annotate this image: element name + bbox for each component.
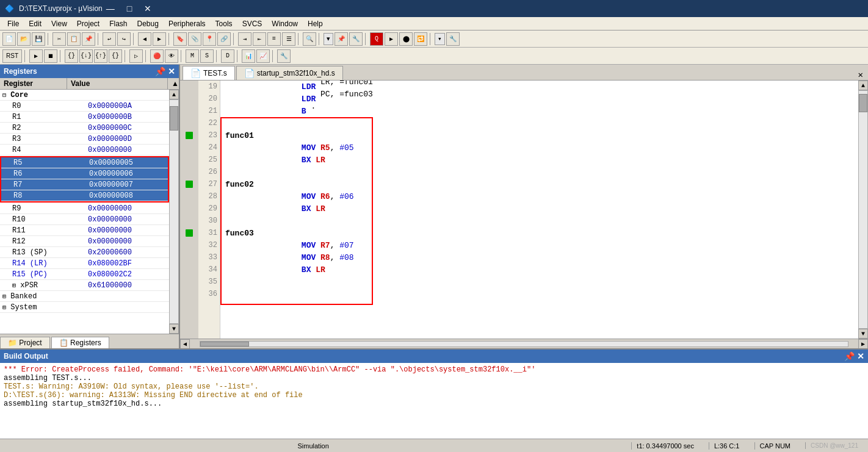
tb-bookmark1[interactable]: 🔖 bbox=[173, 32, 187, 46]
tb-view-select[interactable]: ▾ bbox=[438, 35, 442, 43]
tb-format[interactable]: ☰ bbox=[282, 32, 295, 46]
reg-row-r10[interactable]: R10 0x00000000 bbox=[0, 214, 169, 225]
core-expand-icon[interactable]: ⊟ bbox=[2, 92, 6, 99]
close-panel-icon[interactable]: ✕ bbox=[168, 66, 175, 76]
h-scroll-left[interactable]: ◀ bbox=[180, 339, 190, 349]
tb-copy[interactable]: 📋 bbox=[67, 32, 81, 46]
menu-peripherals[interactable]: Peripherals bbox=[164, 18, 211, 29]
breakpoint-31[interactable] bbox=[186, 229, 193, 237]
tab-startup[interactable]: 📄 startup_stm32f10x_hd.s bbox=[236, 66, 343, 80]
menu-view[interactable]: View bbox=[46, 18, 72, 29]
tb-wrench[interactable]: 🔧 bbox=[446, 32, 460, 46]
scroll-thumb[interactable] bbox=[170, 106, 178, 131]
reg-row-r8[interactable]: R8 0x00000008 bbox=[1, 190, 168, 201]
tb-pin2[interactable]: 🔧 bbox=[349, 32, 363, 46]
reg-row-r1[interactable]: R1 0x0000000B bbox=[0, 112, 169, 123]
tb-target-select[interactable]: ▾ bbox=[327, 35, 330, 43]
menu-debug[interactable]: Debug bbox=[132, 18, 164, 29]
code-content[interactable]: LDR LR, =func01 LDR PC, =func03 B . func… bbox=[220, 81, 858, 339]
tb-open[interactable]: 📂 bbox=[17, 32, 31, 46]
h-scroll-thumb[interactable] bbox=[200, 342, 249, 346]
tb-debug-start[interactable]: Q bbox=[370, 32, 383, 46]
tab-test-s[interactable]: 📄 TEST.s bbox=[183, 66, 235, 80]
scroll-track[interactable] bbox=[169, 99, 179, 324]
tb2-serial[interactable]: S bbox=[200, 49, 214, 63]
breakpoint-23[interactable] bbox=[186, 132, 193, 139]
system-expand-icon[interactable]: ⊞ bbox=[2, 304, 6, 311]
menu-svcs[interactable]: SVCS bbox=[237, 18, 267, 29]
editor-vscroll[interactable]: ▲ ▼ bbox=[858, 81, 868, 339]
reg-row-r9[interactable]: R9 0x00000000 bbox=[0, 203, 169, 214]
build-close-icon[interactable]: ✕ bbox=[857, 351, 864, 361]
menu-file[interactable]: File bbox=[2, 18, 24, 29]
tb-cut[interactable]: ✂ bbox=[52, 32, 66, 46]
editor-scroll-track[interactable] bbox=[858, 90, 868, 329]
tb-paste[interactable]: 📌 bbox=[82, 32, 95, 46]
menu-tools[interactable]: Tools bbox=[211, 18, 237, 29]
tb-save[interactable]: 💾 bbox=[32, 32, 45, 46]
tb2-trace[interactable]: 📈 bbox=[256, 49, 270, 63]
build-pin-icon[interactable]: 📌 bbox=[844, 351, 855, 361]
reg-row-r3[interactable]: R3 0x0000000D bbox=[0, 134, 169, 145]
tb2-step[interactable]: {} bbox=[65, 49, 78, 63]
menu-project[interactable]: Project bbox=[72, 18, 104, 29]
editor-scroll-down[interactable]: ▼ bbox=[858, 329, 868, 339]
reg-row-r11[interactable]: R11 0x00000000 bbox=[0, 225, 169, 236]
reg-row-r15[interactable]: R15 (PC) 0x080002C2 bbox=[0, 269, 169, 280]
tb2-tools[interactable]: 🔧 bbox=[277, 49, 291, 63]
tb-restart[interactable]: 🔁 bbox=[414, 32, 427, 46]
xpsr-expand-icon[interactable]: ⊞ bbox=[12, 282, 16, 289]
reg-row-xpsr[interactable]: ⊞ xPSR 0x61000000 bbox=[0, 280, 169, 291]
tb2-stop[interactable]: ⏹ bbox=[44, 49, 57, 63]
tb-bookmark3[interactable]: 📍 bbox=[203, 32, 216, 46]
tb2-run[interactable]: ▶ bbox=[29, 49, 43, 63]
menu-edit[interactable]: Edit bbox=[24, 18, 46, 29]
tb2-step-out[interactable]: {↑} bbox=[94, 49, 107, 63]
tb-pin1[interactable]: 📌 bbox=[335, 32, 348, 46]
menu-window[interactable]: Window bbox=[267, 18, 303, 29]
scroll-down-arrow[interactable]: ▼ bbox=[169, 324, 179, 334]
editor-scroll-up[interactable]: ▲ bbox=[858, 81, 868, 90]
reg-row-r12[interactable]: R12 0x00000000 bbox=[0, 236, 169, 247]
tb-redo[interactable]: ↪ bbox=[117, 32, 131, 46]
tb-stop[interactable]: ⬤ bbox=[399, 32, 413, 46]
tb-outdent[interactable]: ⇤ bbox=[253, 32, 266, 46]
tb2-disasm[interactable]: D bbox=[221, 49, 234, 63]
close-button[interactable]: ✕ bbox=[140, 4, 155, 13]
tb-run[interactable]: ▶ bbox=[385, 32, 398, 46]
breakpoint-27[interactable] bbox=[186, 181, 193, 188]
reg-row-r14[interactable]: R14 (LR) 0x080002BF bbox=[0, 258, 169, 269]
tb2-breakpoint[interactable]: 🔴 bbox=[150, 49, 164, 63]
tb-indent[interactable]: ⇥ bbox=[238, 32, 251, 46]
reg-row-r6[interactable]: R6 0x00000006 bbox=[1, 168, 168, 179]
registers-vscroll[interactable]: ▲ ▼ bbox=[169, 90, 179, 334]
h-scroll-right[interactable]: ▶ bbox=[858, 339, 868, 349]
editor-panel-close[interactable]: ✕ bbox=[856, 70, 866, 80]
scroll-up-arrow[interactable]: ▲ bbox=[169, 90, 179, 99]
tb-undo[interactable]: ↩ bbox=[103, 32, 116, 46]
reg-row-r13[interactable]: R13 (SP) 0x20000600 bbox=[0, 247, 169, 258]
tb2-watch[interactable]: 👁 bbox=[165, 49, 178, 63]
maximize-button[interactable]: □ bbox=[123, 4, 136, 13]
reg-row-r2[interactable]: R2 0x0000000C bbox=[0, 123, 169, 134]
reg-row-r0[interactable]: R0 0x0000000A bbox=[0, 101, 169, 112]
tb2-cmd[interactable]: ▷ bbox=[129, 49, 143, 63]
tb-bookmark2[interactable]: 📎 bbox=[188, 32, 201, 46]
tb2-memory[interactable]: M bbox=[186, 49, 199, 63]
h-scrollbar[interactable]: ◀ ▶ bbox=[180, 339, 868, 348]
reg-row-r4[interactable]: R4 0x00000000 bbox=[0, 145, 169, 156]
tb-forward[interactable]: ▶ bbox=[153, 32, 166, 46]
tb-new[interactable]: 📄 bbox=[2, 32, 16, 46]
tb-back[interactable]: ◀ bbox=[138, 32, 151, 46]
reg-row-r5[interactable]: R5 0x00000005 bbox=[1, 157, 168, 168]
tb-bookmark4[interactable]: 🔗 bbox=[217, 32, 231, 46]
h-scroll-track[interactable] bbox=[200, 341, 848, 347]
tab-registers[interactable]: 📋 Registers bbox=[51, 337, 109, 348]
editor-scroll-thumb[interactable] bbox=[859, 94, 867, 112]
menu-flash[interactable]: Flash bbox=[104, 18, 132, 29]
minimize-button[interactable]: — bbox=[103, 4, 118, 13]
tb2-rst[interactable]: RST bbox=[2, 49, 22, 63]
pin-icon[interactable]: 📌 bbox=[155, 66, 165, 76]
reg-row-r7[interactable]: R7 0x00000007 bbox=[1, 179, 168, 190]
banked-expand-icon[interactable]: ⊞ bbox=[2, 293, 6, 300]
